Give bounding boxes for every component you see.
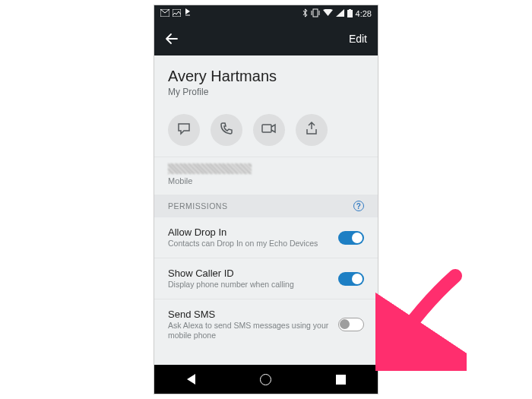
image-icon [173,9,181,18]
app-bar: Edit [154,22,378,55]
phone-type-label: Mobile [168,176,364,185]
perm-title: Allow Drop In [168,226,332,238]
toggle-caller-id[interactable] [338,272,364,286]
cell-icon [336,9,344,18]
share-button[interactable] [296,114,328,146]
message-button[interactable] [168,114,200,146]
nav-back-icon[interactable] [187,374,195,385]
mail-icon [160,9,169,18]
profile-name: Avery Hartmans [168,68,364,85]
content: Avery Hartmans My Profile [154,55,378,365]
perm-row-send-sms: Send SMS Ask Alexa to send SMS messages … [154,299,378,350]
phone-frame: 4:28 Edit Avery Hartmans My Profile [154,5,378,394]
status-time: 4:28 [356,9,372,18]
video-icon [261,121,277,139]
nav-recents-icon[interactable] [336,375,346,385]
annotation-arrow [375,264,467,374]
perm-subtitle: Contacts can Drop In on my Echo Devices [168,239,332,249]
bluetooth-icon [302,8,308,19]
video-button[interactable] [253,114,285,146]
phone-icon [219,121,234,139]
perm-row-caller-id: Show Caller ID Display phone number when… [154,258,378,299]
phone-number-redacted [168,163,252,174]
perm-subtitle: Ask Alexa to send SMS messages using you… [168,321,332,340]
perm-row-drop-in: Allow Drop In Contacts can Drop In on my… [154,217,378,258]
call-button[interactable] [211,114,242,146]
play-icon [184,8,192,19]
back-button[interactable] [165,32,179,46]
perm-title: Send SMS [168,309,332,320]
profile-subtitle: My Profile [168,87,364,97]
message-icon [176,121,192,139]
perm-subtitle: Display phone number when calling [168,280,332,290]
perm-title: Show Caller ID [168,268,332,279]
share-icon [304,121,319,139]
svg-rect-5 [262,125,271,132]
phone-block: Mobile [154,157,378,195]
battery-icon [347,9,353,19]
status-bar: 4:28 [154,5,378,22]
vibrate-icon [311,8,320,19]
edit-button[interactable]: Edit [349,33,367,45]
svg-rect-4 [349,9,351,10]
toggle-drop-in[interactable] [338,231,364,245]
help-icon[interactable]: ? [353,201,364,211]
android-nav-bar [154,365,378,394]
permissions-header: PERMISSIONS ? [154,195,378,217]
nav-home-icon[interactable] [260,374,271,385]
permissions-header-label: PERMISSIONS [168,201,227,211]
wifi-icon [323,9,333,18]
svg-rect-2 [313,9,318,17]
svg-rect-3 [347,10,353,17]
toggle-send-sms[interactable] [338,318,364,331]
action-row [154,105,378,157]
